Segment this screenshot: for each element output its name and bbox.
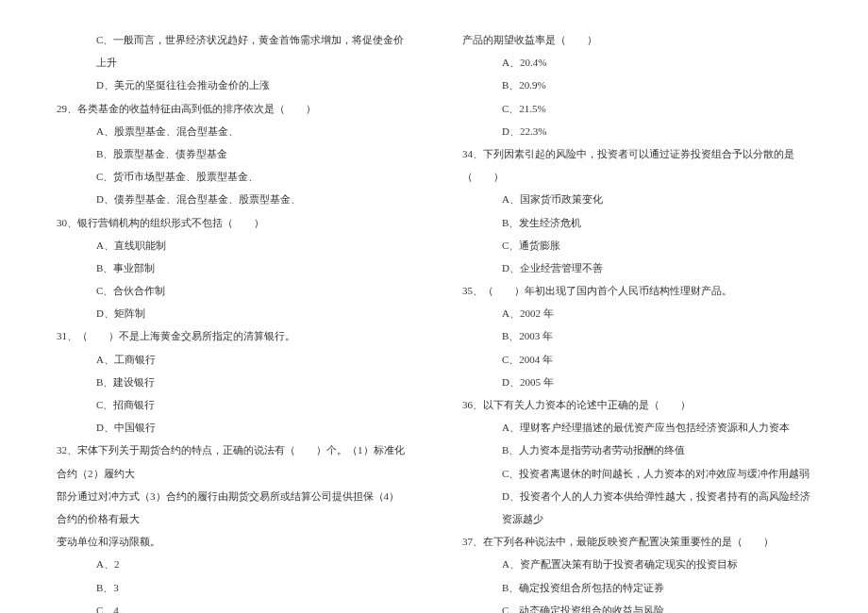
q33-option-c: C、21.5% <box>462 97 811 120</box>
q30-option-b: B、事业部制 <box>57 257 406 279</box>
q31-option-c: C、招商银行 <box>57 393 406 416</box>
page-content: C、一般而言，世界经济状况趋好，黄金首饰需求增加，将促使金价上升 D、美元的坚挺… <box>0 0 868 613</box>
q32-stem-line2: 部分通过对冲方式（3）合约的履行由期货交易所或结算公司提供担保（4）合约的价格有… <box>57 485 406 530</box>
q30-option-a: A、直线职能制 <box>57 234 406 257</box>
q37-option-c: C、动态确定投资组合的收益与风险 <box>462 599 811 613</box>
q36-option-b: B、人力资本是指劳动者劳动报酬的终值 <box>462 439 811 461</box>
q35-option-b: B、2003 年 <box>462 324 811 347</box>
q33-stem-line3: 产品的期望收益率是（ ） <box>462 28 811 51</box>
q31-stem: 31、（ ）不是上海黄金交易所指定的清算银行。 <box>57 324 406 347</box>
q36-option-a: A、理财客户经理描述的最优资产应当包括经济资源和人力资本 <box>462 416 811 439</box>
q32-stem-line1: 32、宋体下列关于期货合约的特点，正确的说法有（ ）个。（1）标准化合约（2）履… <box>57 439 406 484</box>
q35-stem: 35、（ ）年初出现了国内首个人民币结构性理财产品。 <box>462 279 811 302</box>
q28-option-c: C、一般而言，世界经济状况趋好，黄金首饰需求增加，将促使金价上升 <box>57 28 406 74</box>
q29-option-c: C、货币市场型基金、股票型基金、 <box>57 165 406 188</box>
q32-option-b: B、3 <box>57 576 406 599</box>
q34-stem: 34、下列因素引起的风险中，投资者可以通过证券投资组合予以分散的是（ ） <box>462 142 811 188</box>
q29-stem: 29、各类基金的收益特征由高到低的排序依次是（ ） <box>57 97 406 120</box>
q37-stem: 37、在下列各种说法中，最能反映资产配置决策重要性的是（ ） <box>462 530 811 553</box>
q36-option-d: D、投资者个人的人力资本供给弹性越大，投资者持有的高风险经济资源越少 <box>462 485 811 530</box>
q35-option-c: C、2004 年 <box>462 348 811 371</box>
q30-stem: 30、银行营销机构的组织形式不包括（ ） <box>57 211 406 234</box>
q31-option-a: A、工商银行 <box>57 348 406 371</box>
q32-stem-line3: 变动单位和浮动限额。 <box>57 530 406 553</box>
q34-option-b: B、发生经济危机 <box>462 211 811 234</box>
q35-option-a: A、2002 年 <box>462 302 811 324</box>
right-column: 产品的期望收益率是（ ） A、20.4% B、20.9% C、21.5% D、2… <box>462 28 811 613</box>
q28-option-d: D、美元的坚挺往往会推动金价的上涨 <box>57 74 406 96</box>
q34-option-c: C、通货膨胀 <box>462 234 811 257</box>
q34-option-a: A、国家货币政策变化 <box>462 188 811 210</box>
q32-option-a: A、2 <box>57 553 406 575</box>
q29-option-a: A、股票型基金、混合型基金、 <box>57 120 406 142</box>
q30-option-d: D、矩阵制 <box>57 302 406 324</box>
q35-option-d: D、2005 年 <box>462 371 811 393</box>
q37-option-b: B、确定投资组合所包括的特定证券 <box>462 576 811 599</box>
q32-option-c: C、4 <box>57 599 406 613</box>
q29-option-b: B、股票型基金、债券型基金 <box>57 142 406 165</box>
q36-stem: 36、以下有关人力资本的论述中正确的是（ ） <box>462 393 811 416</box>
q36-option-c: C、投资者离退休的时间越长，人力资本的对冲效应与缓冲作用越弱 <box>462 462 811 485</box>
q31-option-d: D、中国银行 <box>57 416 406 439</box>
q31-option-b: B、建设银行 <box>57 371 406 393</box>
q37-option-a: A、资产配置决策有助于投资者确定现实的投资目标 <box>462 553 811 575</box>
q33-option-d: D、22.3% <box>462 120 811 142</box>
q30-option-c: C、合伙合作制 <box>57 279 406 302</box>
q29-option-d: D、债券型基金、混合型基金、股票型基金、 <box>57 188 406 210</box>
left-column: C、一般而言，世界经济状况趋好，黄金首饰需求增加，将促使金价上升 D、美元的坚挺… <box>57 28 406 613</box>
q33-option-a: A、20.4% <box>462 51 811 74</box>
q34-option-d: D、企业经营管理不善 <box>462 257 811 279</box>
q33-option-b: B、20.9% <box>462 74 811 96</box>
